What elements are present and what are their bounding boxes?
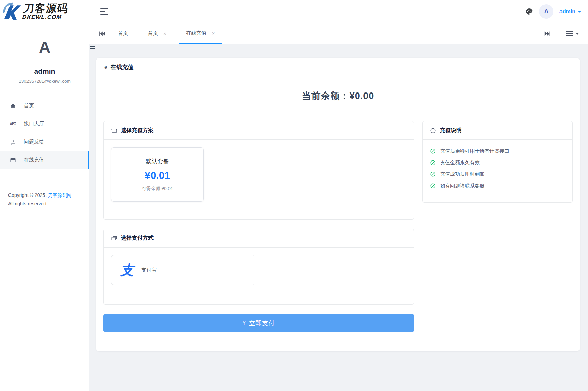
sidebar-item-label: 在线充值 [24,157,44,163]
balance-label: 当前余额： [302,91,350,101]
user-avatar[interactable]: A [539,4,553,19]
notice-item: 如有问题请联系客服 [430,183,565,189]
sidebar-item-api-hall[interactable]: API 接口大厅 [0,115,89,133]
tab-close-icon[interactable]: × [212,31,215,36]
sidebar-item-label: 问题反馈 [24,139,44,145]
payment-section: 选择支付方式 支 支付宝 [103,229,414,305]
chevron-down-icon [578,11,581,13]
logo-text: 刀客源码 DKEWL.COM [22,3,69,20]
package-name: 默认套餐 [146,157,169,165]
sidebar-item-feedback[interactable]: 问题反馈 [0,133,89,151]
payment-section-title: 选择支付方式 [121,235,154,242]
plan-section-title: 选择充值方案 [121,127,154,134]
yen-icon: ¥ [104,64,107,70]
check-circle-icon [430,171,436,177]
user-menu[interactable]: admin [559,8,581,15]
credit-card-icon [10,157,16,164]
feedback-icon [10,139,16,146]
notice-item: 充值金额永久有效 [430,159,565,166]
pay-now-label: 立即支付 [249,319,275,328]
notice-text: 充值成功后即时到账 [440,171,485,177]
notice-section-header: 充值说明 [423,121,572,140]
app-logo[interactable]: 刀客源码 DKEWL.COM [0,0,90,23]
tab-online-recharge[interactable]: 在线充值 × [179,23,222,44]
chevron-down-icon [576,33,579,35]
payment-method-label: 支付宝 [141,267,157,273]
recharge-card: ¥ 在线充值 当前余额：¥0.00 选择充值方案 默认套 [96,58,580,351]
tabs-scroll-right-icon[interactable] [544,30,551,37]
notice-text: 如有问题请联系客服 [440,183,485,189]
sidebar: A admin 1302357281@dkewl.com 首页 API 接口大厅… [0,23,89,391]
plan-section-header: 选择充值方案 [104,121,414,140]
sidebar-item-online-recharge[interactable]: 在线充值 [0,151,89,169]
notice-section-title: 充值说明 [440,127,462,134]
breadcrumb-collapse-icon[interactable] [90,46,95,49]
sidebar-menu: 首页 API 接口大厅 问题反馈 在线充值 [0,95,89,169]
plan-section: 选择充值方案 默认套餐 ¥0.01 可得余额 ¥0.01 [103,121,414,220]
logo-k-icon [1,1,22,22]
home-icon [10,103,16,109]
tab-close-icon[interactable]: × [163,31,166,36]
check-circle-icon [430,148,436,154]
profile-email: 1302357281@dkewl.com [0,79,89,84]
logo-subtitle: DKEWL.COM [22,14,67,20]
notice-item: 充值后余额可用于所有计费接口 [430,148,565,154]
tab-label: 首页 [148,30,158,37]
tab-label: 首页 [118,30,128,37]
info-icon [430,128,436,134]
package-price: ¥0.01 [145,170,170,181]
package-default[interactable]: 默认套餐 ¥0.01 可得余额 ¥0.01 [111,147,204,202]
payment-section-header: 选择支付方式 [104,229,414,248]
copyright-text: Copyright © 2025. [8,192,47,198]
avatar-initial: A [544,8,548,15]
gift-icon [111,128,117,134]
notice-text: 充值金额永久有效 [440,159,480,166]
tab-bar: 首页 首页 × 在线充值 × [89,23,588,44]
sidebar-item-label: 首页 [24,103,34,109]
check-circle-icon [430,160,436,166]
profile-name: admin [0,67,89,75]
api-icon: API [10,121,16,128]
sidebar-item-home[interactable]: 首页 [0,97,89,115]
top-header: 刀客源码 DKEWL.COM A admin [0,0,588,23]
package-note: 可得余额 ¥0.01 [142,186,173,192]
content-area: ¥ 在线充值 当前余额：¥0.00 选择充值方案 默认套 [89,44,588,391]
wallet-icon [111,235,117,241]
balance-value: ¥0.00 [350,91,374,101]
theme-palette-icon[interactable] [525,7,533,16]
profile-initial: A [0,38,89,56]
sidebar-toggle-icon[interactable] [100,8,108,15]
tabs-options-menu[interactable] [566,31,579,36]
yen-icon: ¥ [243,320,246,326]
copyright-rights: All rights reserved. [8,201,48,206]
logo-title: 刀客源码 [23,3,69,14]
notice-section: 充值说明 充值后余额可用于所有计费接口 充值金额永久有效 [422,121,573,203]
tab-home-1[interactable]: 首页 [110,23,136,44]
payment-method-alipay[interactable]: 支 支付宝 [111,255,255,285]
tab-home-2[interactable]: 首页 × [140,23,174,44]
notice-item: 充值成功后即时到账 [430,171,565,177]
tabs-scroll-left-icon[interactable] [98,30,106,37]
pay-now-button[interactable]: ¥ 立即支付 [103,314,414,332]
alipay-logo-icon: 支 [120,263,134,277]
tab-label: 在线充值 [186,30,207,36]
current-balance: 当前余额：¥0.00 [96,90,580,102]
notice-text: 充值后余额可用于所有计费接口 [440,148,509,154]
user-name: admin [559,8,575,15]
list-icon [566,31,573,36]
page-title: 在线充值 [110,63,133,71]
card-header: ¥ 在线充值 [96,58,580,77]
copyright-link[interactable]: 刀客源码网 [48,192,72,198]
copyright: Copyright © 2025. 刀客源码网 All rights reser… [0,179,89,208]
check-circle-icon [430,183,436,189]
sidebar-item-label: 接口大厅 [24,121,44,127]
